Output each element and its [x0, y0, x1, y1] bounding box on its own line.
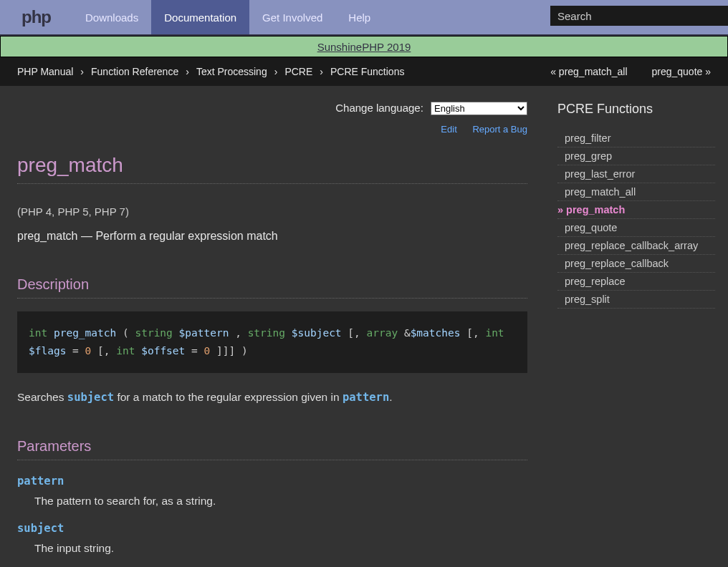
- param-var: $subject: [292, 327, 342, 339]
- sidebar-item-preg-match-all[interactable]: preg_match_all: [557, 183, 715, 201]
- syn-opt: [,: [460, 327, 485, 339]
- sidebar-item-label: preg_quote: [565, 222, 617, 233]
- method-synopsis: int preg_match ( string $pattern , strin…: [17, 311, 527, 374]
- parameters-heading: Parameters: [17, 435, 527, 460]
- param-type: string: [248, 327, 285, 339]
- param-type: int: [116, 345, 135, 357]
- param-type: int: [485, 327, 504, 339]
- syn-opt: [,: [91, 345, 116, 357]
- method-name: preg_match: [54, 327, 116, 339]
- description-heading: Description: [17, 273, 527, 299]
- param-init: 0: [204, 345, 211, 357]
- sidebar-item-preg-replace-callback[interactable]: preg_replace_callback: [557, 255, 715, 273]
- language-label: Change language:: [335, 102, 423, 114]
- next-link[interactable]: preg_quote »: [651, 66, 711, 77]
- sidebar-item-label: preg_filter: [565, 132, 610, 144]
- sidebar-item-preg-filter[interactable]: preg_filter: [557, 130, 715, 147]
- sidebar-item-preg-quote[interactable]: preg_quote: [557, 219, 715, 237]
- sidebar-item-preg-grep[interactable]: preg_grep: [557, 147, 715, 165]
- sidebar-item-label: preg_match_all: [565, 186, 636, 198]
- language-selector-row: Change language: English: [17, 100, 527, 117]
- description-text: Searches subject for a match to the regu…: [17, 389, 527, 406]
- parameters-list: pattern The pattern to search for, as a …: [17, 473, 527, 557]
- syn-ref: &: [404, 327, 411, 339]
- sidebar: PCRE Functions preg_filter preg_grep pre…: [545, 86, 728, 567]
- search-input[interactable]: [550, 6, 728, 26]
- breadcrumb: PHP Manual› Function Reference› Text Pro…: [17, 66, 404, 77]
- nav-get-involved[interactable]: Get Involved: [249, 0, 335, 34]
- layout: Change language: English Edit Report a B…: [0, 86, 728, 567]
- breadcrumb-sep: ›: [186, 66, 189, 77]
- main-content: Change language: English Edit Report a B…: [0, 86, 545, 567]
- sidebar-item-label: preg_replace_callback_array: [565, 240, 698, 251]
- sidebar-item-label: preg_grep: [565, 150, 612, 162]
- purpose-funcname: preg_match: [17, 230, 78, 242]
- sidebar-heading: PCRE Functions: [557, 102, 715, 117]
- breadcrumb-pcre-functions[interactable]: PCRE Functions: [330, 66, 404, 77]
- desc-pre: Searches: [17, 391, 67, 403]
- syn-open: (: [116, 327, 135, 339]
- param-var: $pattern: [179, 327, 229, 339]
- syn-comma: ,: [229, 327, 247, 339]
- param-type: array: [367, 327, 398, 339]
- purpose-dash: —: [78, 230, 96, 242]
- nav-documentation[interactable]: Documentation: [151, 0, 249, 34]
- syn-eq: =: [185, 345, 203, 357]
- breadcrumb-sep: ›: [320, 66, 323, 77]
- sidebar-item-preg-split[interactable]: preg_split: [557, 291, 715, 309]
- param-name-pattern: pattern: [17, 473, 527, 490]
- desc-post: .: [389, 391, 392, 403]
- desc-subject: subject: [67, 391, 114, 404]
- purpose-line: preg_match — Perform a regular expressio…: [17, 228, 527, 245]
- page-title: preg_match: [17, 150, 527, 184]
- prev-next-nav: « preg_match_all preg_quote »: [529, 66, 711, 77]
- edit-links-row: Edit Report a Bug: [17, 122, 527, 137]
- sidebar-item-preg-last-error[interactable]: preg_last_error: [557, 165, 715, 183]
- edit-link[interactable]: Edit: [441, 124, 456, 135]
- current-marker-icon: »: [557, 204, 566, 215]
- prev-link[interactable]: « preg_match_all: [550, 66, 627, 77]
- desc-mid: for a match to the regular expression gi…: [114, 391, 343, 403]
- sidebar-nav: preg_filter preg_grep preg_last_error pr…: [557, 130, 715, 309]
- sidebar-item-label: preg_replace_callback: [565, 258, 669, 269]
- event-banner-link[interactable]: SunshinePHP 2019: [317, 41, 411, 53]
- breadcrumb-sep: ›: [80, 66, 84, 77]
- param-var: $flags: [29, 345, 66, 357]
- sidebar-item-label: preg_replace: [565, 276, 626, 287]
- version-info: (PHP 4, PHP 5, PHP 7): [17, 204, 527, 220]
- event-banner: SunshinePHP 2019: [0, 36, 728, 57]
- return-type: int: [29, 327, 47, 339]
- param-type: string: [135, 327, 172, 339]
- breadcrumb-function-reference[interactable]: Function Reference: [91, 66, 178, 77]
- nav-downloads[interactable]: Downloads: [72, 0, 151, 34]
- syn-eq: =: [66, 345, 85, 357]
- param-var: $matches: [411, 327, 461, 339]
- breadcrumb-php-manual[interactable]: PHP Manual: [17, 66, 73, 77]
- top-navigation: php Downloads Documentation Get Involved…: [0, 0, 728, 34]
- php-logo[interactable]: php: [0, 0, 72, 34]
- sidebar-item-preg-match[interactable]: » preg_match: [557, 201, 715, 219]
- nav-help[interactable]: Help: [335, 0, 383, 34]
- param-var: $offset: [141, 345, 185, 357]
- sidebar-item-label: preg_split: [565, 294, 610, 305]
- param-desc-subject: The input string.: [34, 540, 527, 556]
- param-desc-pattern: The pattern to search for, as a string.: [34, 493, 527, 509]
- sidebar-item-label: preg_match: [566, 204, 625, 215]
- breadcrumb-pcre[interactable]: PCRE: [284, 66, 312, 77]
- desc-pattern: pattern: [343, 391, 389, 404]
- purpose-text: Perform a regular expression match: [95, 230, 277, 242]
- language-select[interactable]: English: [431, 102, 527, 115]
- sidebar-item-preg-replace[interactable]: preg_replace: [557, 273, 715, 291]
- report-bug-link[interactable]: Report a Bug: [472, 124, 527, 135]
- breadcrumb-bar: PHP Manual› Function Reference› Text Pro…: [0, 57, 728, 86]
- param-name-subject: subject: [17, 520, 527, 537]
- sidebar-item-label: preg_last_error: [565, 168, 635, 180]
- breadcrumb-text-processing[interactable]: Text Processing: [196, 66, 267, 77]
- syn-close: ]]] ): [210, 345, 247, 357]
- sidebar-item-preg-replace-callback-array[interactable]: preg_replace_callback_array: [557, 237, 715, 255]
- syn-opt: [,: [342, 327, 367, 339]
- breadcrumb-sep: ›: [274, 66, 278, 77]
